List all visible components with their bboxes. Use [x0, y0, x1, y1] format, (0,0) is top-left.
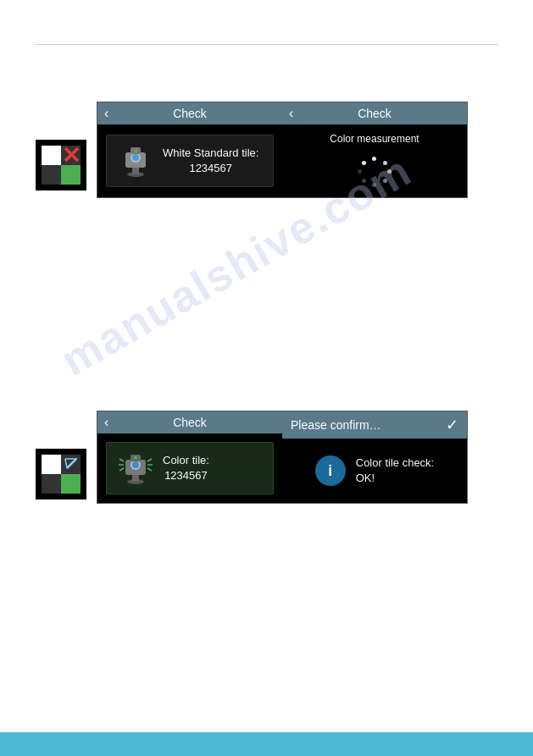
section2-left-body: Color tile: 1234567	[97, 433, 282, 503]
section2-left-header-label: Check	[173, 416, 207, 429]
watermark: manualshive.com	[53, 173, 371, 386]
section2-right-header-label: Please confirm…	[291, 418, 381, 432]
svg-rect-12	[134, 149, 137, 152]
section1-panels: ‹ Check	[97, 102, 468, 198]
section2-sensor-icon	[117, 450, 154, 487]
section1-sensor-icon	[117, 142, 154, 179]
section1-left-header: ‹ Check	[97, 102, 282, 124]
section1-left-body: White Standard tile: 1234567	[97, 124, 282, 197]
svg-point-10	[132, 154, 139, 161]
calibration-icon	[42, 146, 81, 185]
section2-info-icon: i	[315, 455, 346, 486]
section-2: ‹ Check	[36, 411, 468, 504]
section2-confirm-check-icon[interactable]: ✓	[446, 416, 458, 434]
section1-spinner	[358, 155, 391, 189]
svg-line-31	[147, 468, 152, 471]
section2-device-row: Color tile: 1234567	[106, 442, 274, 494]
section2-device-text: Color tile: 1234567	[163, 453, 209, 483]
svg-line-26	[119, 459, 124, 461]
svg-rect-13	[42, 455, 61, 474]
section2-icon-box	[36, 449, 86, 499]
section-1: ‹ Check	[36, 102, 468, 198]
section1-panel-right: ‹ Check Color measurement	[282, 102, 467, 197]
top-divider	[34, 44, 499, 45]
section2-left-header: ‹ Check	[97, 411, 282, 433]
section2-ok-text: Color tile check: OK!	[356, 455, 434, 486]
section2-right-header: Please confirm… ✓	[282, 411, 467, 439]
svg-rect-3	[61, 165, 81, 185]
section2-left-back-arrow[interactable]: ‹	[104, 415, 108, 430]
section1-left-header-label: Check	[173, 107, 207, 120]
svg-line-28	[119, 468, 124, 471]
section1-left-back-arrow[interactable]: ‹	[104, 106, 108, 121]
section1-device-text: White Standard tile: 1234567	[163, 146, 258, 176]
section2-panels: ‹ Check	[97, 411, 468, 504]
section1-right-header-label: Check	[358, 107, 391, 120]
section1-panel-left: ‹ Check	[97, 102, 282, 197]
section2-panel-left: ‹ Check	[97, 411, 282, 503]
bottom-bar	[0, 732, 533, 756]
svg-point-23	[132, 461, 139, 468]
svg-rect-25	[134, 456, 137, 459]
section1-right-back-arrow[interactable]: ‹	[289, 106, 293, 121]
section1-right-body: Color measurement	[282, 124, 467, 197]
svg-rect-0	[42, 146, 61, 165]
section1-right-header: ‹ Check	[282, 102, 467, 124]
section1-icon-box	[36, 140, 86, 190]
section2-ok-area: i Color tile check: OK!	[307, 447, 442, 494]
section1-color-measurement-label: Color measurement	[330, 133, 419, 145]
section2-right-body: i Color tile check: OK!	[282, 439, 467, 503]
svg-rect-15	[42, 474, 61, 494]
svg-rect-16	[61, 474, 81, 494]
svg-rect-2	[42, 165, 61, 185]
calibration-ok-icon	[42, 455, 81, 494]
section2-panel-right: Please confirm… ✓ i Color tile check: OK…	[282, 411, 467, 503]
section1-device-row: White Standard tile: 1234567	[106, 135, 274, 187]
svg-line-29	[147, 459, 152, 461]
